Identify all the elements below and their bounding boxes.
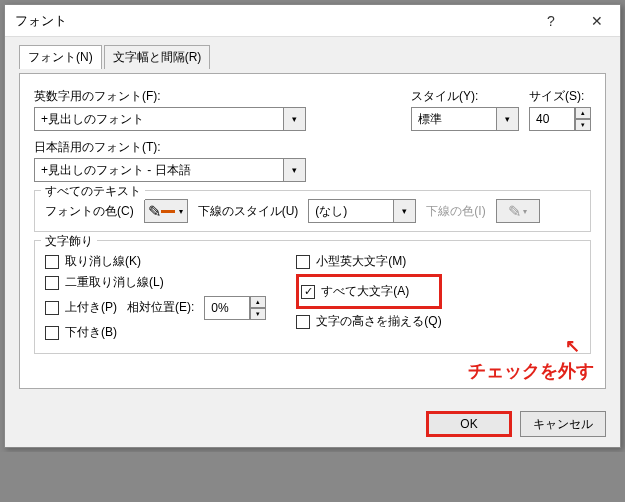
tab-font[interactable]: フォント(N) — [19, 45, 102, 69]
window-title: フォント — [5, 12, 67, 30]
underline-color-button: ✎ ▾ — [496, 199, 540, 223]
tab-bar: フォント(N) 文字幅と間隔(R) — [19, 45, 606, 69]
allcaps-checkbox[interactable]: ✓すべて大文字(A) — [301, 283, 409, 300]
style-label: スタイル(Y): — [411, 88, 519, 105]
help-button[interactable]: ? — [528, 5, 574, 37]
subscript-checkbox[interactable]: 下付き(B) — [45, 324, 266, 341]
underline-input[interactable] — [308, 199, 394, 223]
font-panel: 英数字用のフォント(F): ▾ スタイル(Y): ▾ サイズ(S): — [19, 73, 606, 389]
all-text-legend: すべてのテキスト — [41, 183, 145, 200]
color-swatch — [161, 210, 175, 213]
asian-font-combo[interactable]: ▾ — [34, 158, 591, 182]
asian-font-label: 日本語用のフォント(T): — [34, 139, 591, 156]
brush-icon: ✎ — [508, 202, 521, 221]
check-icon: ✓ — [301, 285, 315, 299]
style-combo[interactable]: ▾ — [411, 107, 519, 131]
spin-down-icon[interactable]: ▾ — [250, 308, 266, 320]
chevron-down-icon[interactable]: ▾ — [284, 107, 306, 131]
annotation-text: チェックを外す — [468, 359, 594, 383]
offset-label: 相対位置(E): — [127, 299, 194, 316]
superscript-checkbox[interactable]: 上付き(P) — [45, 299, 117, 316]
underline-color-label: 下線の色(I) — [426, 203, 485, 220]
double-strike-checkbox[interactable]: 二重取り消し線(L) — [45, 274, 266, 291]
all-text-group: すべてのテキスト フォントの色(C) ✎ ▾ 下線のスタイル(U) ▾ 下線の色… — [34, 190, 591, 232]
annotation-arrow: ↖ — [565, 335, 580, 357]
latin-font-input[interactable] — [34, 107, 284, 131]
spin-up-icon[interactable]: ▴ — [575, 107, 591, 119]
cancel-button[interactable]: キャンセル — [520, 411, 606, 437]
style-input[interactable] — [411, 107, 497, 131]
ok-button[interactable]: OK — [426, 411, 512, 437]
size-label: サイズ(S): — [529, 88, 591, 105]
spin-down-icon[interactable]: ▾ — [575, 119, 591, 131]
asian-font-input[interactable] — [34, 158, 284, 182]
font-color-button[interactable]: ✎ ▾ — [144, 199, 188, 223]
smallcaps-checkbox[interactable]: 小型英大文字(M) — [296, 253, 442, 270]
chevron-down-icon[interactable]: ▾ — [394, 199, 416, 223]
close-button[interactable]: ✕ — [574, 5, 620, 37]
size-spinner[interactable]: ▴ ▾ — [529, 107, 591, 131]
underline-combo[interactable]: ▾ — [308, 199, 416, 223]
spin-up-icon[interactable]: ▴ — [250, 296, 266, 308]
equalize-checkbox[interactable]: 文字の高さを揃える(Q) — [296, 313, 442, 330]
chevron-down-icon[interactable]: ▾ — [497, 107, 519, 131]
brush-icon: ✎ — [148, 202, 161, 221]
latin-font-combo[interactable]: ▾ — [34, 107, 401, 131]
chevron-down-icon: ▾ — [179, 207, 183, 216]
offset-input[interactable] — [204, 296, 250, 320]
chevron-down-icon[interactable]: ▾ — [284, 158, 306, 182]
size-input[interactable] — [529, 107, 575, 131]
strike-checkbox[interactable]: 取り消し線(K) — [45, 253, 266, 270]
chevron-down-icon: ▾ — [523, 207, 527, 216]
dialog-footer: OK キャンセル — [5, 401, 620, 447]
effects-group: 文字飾り 取り消し線(K) 二重取り消し線(L) 上付き(P) 相対位置(E):… — [34, 240, 591, 354]
underline-style-label: 下線のスタイル(U) — [198, 203, 299, 220]
font-dialog: フォント ? ✕ フォント(N) 文字幅と間隔(R) 英数字用のフォント(F):… — [4, 4, 621, 448]
offset-spinner[interactable]: ▴ ▾ — [204, 296, 266, 320]
latin-font-label: 英数字用のフォント(F): — [34, 88, 401, 105]
effects-legend: 文字飾り — [41, 233, 97, 250]
titlebar: フォント ? ✕ — [5, 5, 620, 37]
tab-spacing[interactable]: 文字幅と間隔(R) — [104, 45, 211, 69]
font-color-label: フォントの色(C) — [45, 203, 134, 220]
